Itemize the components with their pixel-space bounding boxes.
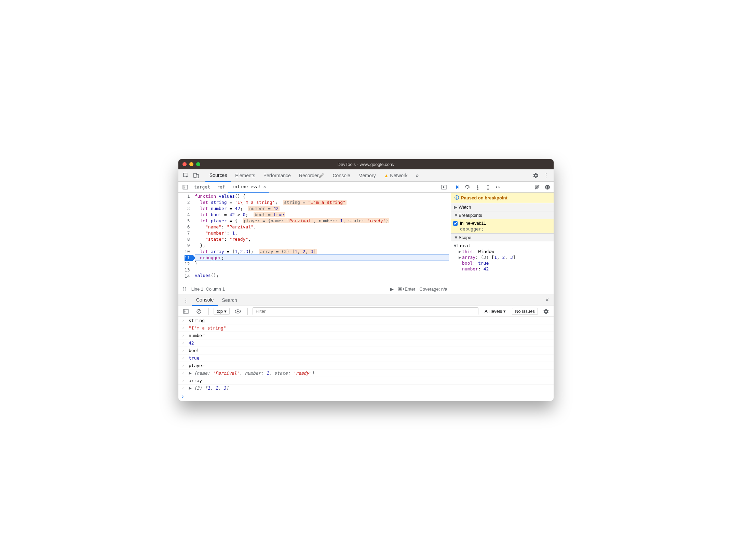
console-row[interactable]: ‹"I'm a string" (178, 324, 554, 332)
issues-button[interactable]: No Issues (512, 308, 538, 315)
kebab-menu-icon[interactable]: ⋮ (181, 295, 191, 305)
drawer-tab-search[interactable]: Search (218, 294, 241, 306)
pretty-print-icon[interactable]: {} (182, 286, 187, 292)
source-tab-inline-eval[interactable]: inline-eval× (228, 182, 269, 193)
main-toolbar: SourcesElementsPerformanceRecorder 🧪Cons… (178, 169, 554, 182)
inspect-element-icon[interactable] (181, 171, 191, 180)
code-body[interactable]: function values() { let string = 'I\'m a… (193, 193, 451, 284)
breakpoint-checkbox[interactable] (453, 221, 458, 226)
line-number[interactable]: 3 (185, 206, 190, 212)
scope-header[interactable]: ▼Scope (451, 234, 554, 241)
code-line[interactable]: let string = 'I\'m a string'; string = "… (195, 199, 449, 206)
scope-variable[interactable]: ▶array: (3) [1, 2, 3] (454, 254, 551, 260)
code-line[interactable]: "name": "Parzival", (195, 224, 449, 230)
console-row[interactable]: ›bool (178, 347, 554, 354)
console-row[interactable]: ›number (178, 332, 554, 339)
tab-performance[interactable]: Performance (259, 169, 295, 182)
watch-section[interactable]: ▶Watch (451, 203, 554, 211)
chevron-right-icon: ▶ (454, 205, 457, 210)
scope-variable[interactable]: number: 42 (454, 266, 551, 272)
line-number[interactable]: 9 (185, 242, 190, 249)
resume-icon[interactable] (454, 184, 461, 191)
live-expression-icon[interactable] (233, 307, 243, 316)
log-levels-selector[interactable]: All levels ▾ (482, 308, 509, 314)
line-number[interactable]: 1 (185, 193, 190, 199)
kebab-menu-icon[interactable]: ⋮ (541, 171, 551, 180)
scope-variable[interactable]: bool: true (454, 260, 551, 266)
code-line[interactable]: values(); (195, 272, 449, 279)
console-prompt[interactable]: › (178, 392, 554, 401)
step-out-icon[interactable] (485, 184, 491, 191)
console-settings-icon[interactable] (541, 307, 551, 316)
tab-network[interactable]: ▲Network (380, 169, 411, 182)
console-row[interactable]: ‹▶ {name: 'Parzival', number: 1, state: … (178, 369, 554, 377)
scope-local-header[interactable]: ▼Local (454, 243, 551, 249)
scope-body: ▼Local ▶this: Window▶array: (3) [1, 2, 3… (451, 241, 554, 273)
line-number[interactable]: 11 (185, 255, 193, 261)
line-number[interactable]: 2 (185, 199, 190, 206)
drawer-tab-console[interactable]: Console (192, 294, 218, 306)
code-line[interactable]: }; (195, 242, 449, 249)
run-snippet-icon[interactable]: ▶ (390, 286, 394, 292)
console-row[interactable]: ‹▶ (3) [1, 2, 3] (178, 384, 554, 392)
close-tab-icon[interactable]: × (263, 184, 266, 189)
more-tabs-icon[interactable] (439, 182, 449, 192)
console-row[interactable]: ‹42 (178, 339, 554, 347)
step-icon[interactable] (495, 184, 502, 191)
show-navigator-icon[interactable] (180, 182, 190, 192)
code-line[interactable]: } (195, 260, 449, 266)
clear-console-icon[interactable] (194, 307, 204, 316)
close-window-button[interactable] (182, 162, 187, 166)
source-tab-ref[interactable]: ref (214, 182, 228, 193)
toggle-sidebar-icon[interactable] (181, 307, 191, 316)
source-tab-target[interactable]: target (191, 182, 214, 193)
step-into-icon[interactable] (474, 184, 481, 191)
tab-sources[interactable]: Sources (205, 169, 231, 182)
code-line[interactable]: let player = { player = {name: 'Parzival… (195, 218, 449, 224)
tab-memory[interactable]: Memory (354, 169, 380, 182)
context-selector[interactable]: top ▾ (214, 308, 230, 315)
maximize-window-button[interactable] (196, 162, 200, 166)
code-line[interactable]: let array = [1,2,3]; array = (3) [1, 2, … (195, 249, 449, 255)
console-row[interactable]: ›array (178, 377, 554, 384)
breakpoints-header[interactable]: ▼Breakpoints (451, 211, 554, 219)
line-number[interactable]: 10 (185, 249, 190, 255)
scope-variable[interactable]: ▶this: Window (454, 249, 551, 254)
code-line[interactable]: debugger; (195, 254, 449, 261)
breakpoint-item[interactable]: inline-eval:11 debugger; (451, 219, 554, 233)
close-drawer-icon[interactable]: × (543, 296, 551, 304)
code-line[interactable]: function values() { (195, 193, 449, 199)
editor-pane: targetrefinline-eval× 123456789101112131… (178, 182, 451, 294)
tab-console[interactable]: Console (328, 169, 354, 182)
device-toggle-icon[interactable] (191, 171, 201, 180)
code-line[interactable] (195, 266, 449, 272)
code-line[interactable]: let number = 42; number = 42 (195, 206, 449, 212)
console-output[interactable]: ›string‹"I'm a string"›number‹42›bool‹tr… (178, 317, 554, 392)
line-number[interactable]: 8 (185, 236, 190, 242)
line-number[interactable]: 12 (185, 261, 190, 267)
code-line[interactable]: let bool = 42 > 0; bool = true (195, 212, 449, 218)
line-number[interactable]: 7 (185, 230, 190, 236)
more-tabs-icon[interactable]: » (412, 171, 422, 180)
tab-recorder[interactable]: Recorder 🧪 (295, 169, 329, 182)
line-gutter[interactable]: 1234567891011121314 (178, 193, 193, 284)
pause-on-exceptions-icon[interactable] (544, 184, 551, 191)
filter-input[interactable] (253, 307, 478, 315)
console-row[interactable]: ‹true (178, 354, 554, 362)
line-number[interactable]: 13 (185, 267, 190, 273)
settings-icon[interactable] (531, 171, 541, 180)
console-row[interactable]: ›player (178, 362, 554, 369)
line-number[interactable]: 5 (185, 218, 190, 224)
svg-point-14 (545, 185, 550, 190)
step-over-icon[interactable] (464, 184, 471, 191)
line-number[interactable]: 4 (185, 212, 190, 218)
deactivate-breakpoints-icon[interactable] (534, 184, 541, 191)
code-line[interactable]: "state": "ready", (195, 236, 449, 242)
line-number[interactable]: 6 (185, 224, 190, 230)
tab-elements[interactable]: Elements (231, 169, 259, 182)
code-line[interactable]: "number": 1, (195, 230, 449, 236)
console-row[interactable]: ›string (178, 317, 554, 324)
minimize-window-button[interactable] (189, 162, 193, 166)
code-editor[interactable]: 1234567891011121314 function values() { … (178, 193, 451, 284)
line-number[interactable]: 14 (185, 273, 190, 279)
